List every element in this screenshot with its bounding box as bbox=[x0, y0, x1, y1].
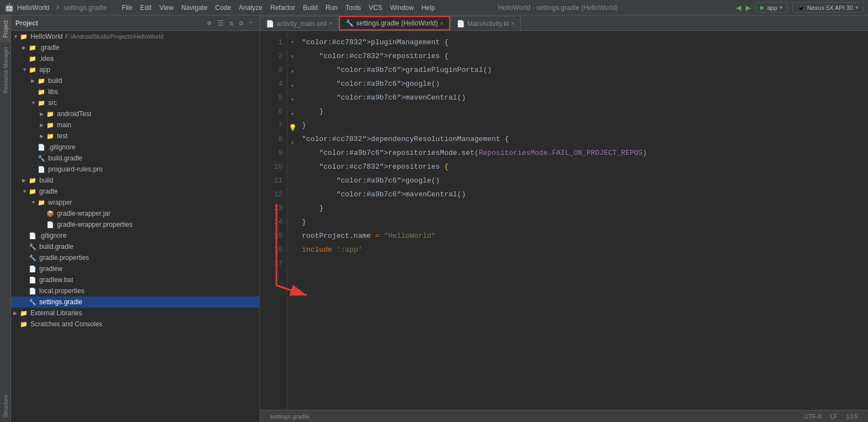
tree-arrow-external-libraries[interactable]: ▶ bbox=[13, 310, 20, 316]
tree-item-helloworld-root[interactable]: ▼📁HelloWorldF:\AndroidStudioProjects\Hel… bbox=[11, 31, 259, 42]
menu-item-help[interactable]: Help bbox=[417, 3, 439, 13]
tree-arrow-src-folder[interactable]: ▼ bbox=[31, 100, 38, 106]
code-line-2[interactable]: "color:#cc7832">repositories { bbox=[302, 49, 859, 63]
tree-arrow-build-folder2[interactable]: ▶ bbox=[22, 178, 29, 183]
menu-item-tools[interactable]: Tools bbox=[342, 3, 365, 13]
tree-item-libs-folder[interactable]: 📁libs bbox=[11, 86, 259, 97]
tree-item-external-libraries[interactable]: ▶📁External Libraries bbox=[11, 308, 259, 319]
app-selector[interactable]: ▶ app ▾ bbox=[755, 2, 787, 13]
tree-arrow-main-folder[interactable]: ▶ bbox=[40, 122, 46, 128]
tree-item-build-folder1[interactable]: ▶📁build bbox=[11, 75, 259, 86]
fold-marker-2[interactable]: ▼ bbox=[287, 50, 297, 64]
tree-item-gradle-wrapper-jar[interactable]: 📦gradle-wrapper.jar bbox=[11, 208, 259, 219]
tree-item-gradle-wrapper-props[interactable]: 📄gradle-wrapper.properties bbox=[11, 219, 259, 230]
tree-item-proguard-rules[interactable]: 📄proguard-rules.pro bbox=[11, 164, 259, 175]
tree-arrow-wrapper-folder[interactable]: ▼ bbox=[31, 200, 38, 205]
tree-item-settings-gradle[interactable]: 🔧settings.gradle bbox=[11, 296, 259, 308]
code-line-9[interactable]: "color:#a9b7c6">repositoriesMode.set(Rep… bbox=[302, 146, 859, 160]
fold-marker-6[interactable]: ▲ bbox=[287, 64, 297, 79]
code-line-3[interactable]: "color:#a9b7c6">gradlePluginPortal() bbox=[302, 63, 859, 77]
resource-manager-strip-label[interactable]: Resource Manager bbox=[0, 42, 11, 98]
tab-close-activity-main-xml[interactable]: × bbox=[329, 20, 332, 27]
tree-item-local-properties[interactable]: 📄local.properties bbox=[11, 285, 259, 296]
tree-item-build-gradle-root[interactable]: 🔧build.gradle bbox=[11, 241, 259, 252]
line-number-11: 11 bbox=[266, 174, 283, 187]
tree-arrow-helloworld-root[interactable]: ▼ bbox=[13, 34, 20, 39]
code-line-8[interactable]: "color:#cc7832">dependencyResolutionMana… bbox=[302, 132, 859, 146]
tab-settings-gradle-tab[interactable]: 🔧settings.gradle (HelloWorld)× bbox=[339, 16, 450, 30]
line-number-15: 15 bbox=[266, 229, 283, 243]
tree-item-gradlew-bat[interactable]: 📄gradlew.bat bbox=[11, 274, 259, 285]
code-line-11[interactable]: "color:#a9b7c6">google() bbox=[302, 174, 859, 187]
device-selector[interactable]: 📱 Nexus 5X API 30 ▾ bbox=[792, 2, 864, 13]
tab-activity-main-xml[interactable]: 📄activity_main.xml× bbox=[260, 16, 338, 30]
menu-item-navigate[interactable]: Navigate bbox=[177, 3, 211, 13]
tree-item-test-folder[interactable]: ▶📁test bbox=[11, 131, 259, 142]
code-line-15[interactable]: rootProject.name = "HelloWorld" bbox=[302, 229, 859, 243]
tree-item-idea-folder[interactable]: 📁.idea bbox=[11, 53, 259, 64]
tree-arrow-androidtest-folder[interactable]: ▶ bbox=[40, 111, 46, 117]
panel-list-icon[interactable]: ☰ bbox=[216, 18, 226, 29]
code-line-5[interactable]: "color:#a9b7c6">mavenCentral() bbox=[302, 91, 859, 105]
fold-marker-13[interactable]: 💡 bbox=[287, 122, 297, 136]
nav-back-icon[interactable]: ◀ bbox=[736, 2, 741, 13]
menu-item-edit[interactable]: Edit bbox=[136, 3, 155, 13]
code-lines[interactable]: "color:#cc7832">pluginManagement { "colo… bbox=[297, 31, 868, 410]
panel-collapse-icon[interactable]: ⇅ bbox=[228, 18, 236, 29]
tree-item-build-folder2[interactable]: ▶📁build bbox=[11, 175, 259, 186]
menu-item-refactor[interactable]: Refactor bbox=[266, 3, 299, 13]
code-line-16[interactable]: include ':app' bbox=[302, 243, 859, 257]
menu-item-code[interactable]: Code bbox=[211, 3, 235, 13]
code-line-14[interactable]: } bbox=[302, 215, 859, 229]
panel-add-icon[interactable]: ⊕ bbox=[206, 18, 213, 29]
menu-item-vcs[interactable]: VCS bbox=[365, 3, 386, 13]
code-line-12[interactable]: "color:#a9b7c6">mavenCentral() bbox=[302, 187, 859, 201]
tree-icon-gradlew: 📄 bbox=[29, 265, 38, 273]
menu-item-file[interactable]: File bbox=[118, 3, 136, 13]
menu-item-view[interactable]: View bbox=[155, 3, 177, 13]
tree-arrow-app-folder[interactable]: ▼ bbox=[22, 67, 29, 72]
code-line-10[interactable]: "color:#cc7832">repositories { bbox=[302, 160, 859, 174]
tree-item-gitignore-app[interactable]: 📄.gitignore bbox=[11, 142, 259, 153]
code-line-4[interactable]: "color:#a9b7c6">google() bbox=[302, 77, 859, 91]
fold-marker-10[interactable]: ▼ bbox=[287, 107, 297, 122]
tree-item-androidtest-folder[interactable]: ▶📁androidTest bbox=[11, 108, 259, 119]
nav-forward-icon[interactable]: ▶ bbox=[746, 2, 751, 13]
tree-item-wrapper-folder[interactable]: ▼📁wrapper bbox=[11, 197, 259, 208]
tree-item-gitignore-root[interactable]: 📄.gitignore bbox=[11, 230, 259, 241]
panel-settings-icon[interactable]: ⚙ bbox=[237, 18, 245, 29]
tree-item-gradlew[interactable]: 📄gradlew bbox=[11, 263, 259, 274]
code-line-7[interactable]: } bbox=[302, 118, 859, 132]
code-line-1[interactable]: "color:#cc7832">pluginManagement { bbox=[302, 35, 859, 49]
tree-arrow-gradle-folder[interactable]: ▶ bbox=[22, 45, 29, 50]
tree-arrow-gradle-folder2[interactable]: ▼ bbox=[22, 189, 29, 194]
fold-marker-8[interactable]: ▼ bbox=[287, 93, 297, 107]
menu-item-build[interactable]: Build bbox=[299, 3, 322, 13]
tree-item-build-gradle-app[interactable]: 🔧build.gradle bbox=[11, 153, 259, 164]
status-file: settings.gradle bbox=[265, 413, 314, 420]
tree-item-gradle-properties[interactable]: 🔧gradle.properties bbox=[11, 252, 259, 263]
fold-marker-7[interactable]: ▲ bbox=[287, 79, 297, 93]
tree-arrow-test-folder[interactable]: ▶ bbox=[40, 133, 46, 139]
tab-close-mainactivity-kt[interactable]: × bbox=[511, 20, 515, 27]
tree-item-main-folder[interactable]: ▶📁main bbox=[11, 119, 259, 131]
tree-item-app-folder[interactable]: ▼📁app bbox=[11, 64, 259, 75]
menu-item-run[interactable]: Run bbox=[322, 3, 342, 13]
code-editor[interactable]: 1234567891011121314151617 ▼▼▲▲▼▼💡▲ "colo… bbox=[260, 31, 868, 410]
tab-mainactivity-kt[interactable]: 📄MainActivity.kt× bbox=[451, 16, 521, 30]
tree-item-scratches[interactable]: 📁Scratches and Consoles bbox=[11, 319, 259, 330]
panel-close-icon[interactable]: − bbox=[247, 18, 255, 28]
tree-arrow-build-folder1[interactable]: ▶ bbox=[31, 78, 38, 84]
code-line-6[interactable]: } bbox=[302, 105, 859, 118]
tree-item-src-folder[interactable]: ▼📁src bbox=[11, 97, 259, 108]
fold-marker-14[interactable]: ▲ bbox=[287, 136, 297, 150]
project-strip-label[interactable]: Project bbox=[0, 15, 11, 42]
menu-item-window[interactable]: Window bbox=[386, 3, 417, 13]
fold-marker-1[interactable]: ▼ bbox=[287, 35, 297, 50]
tree-item-gradle-folder[interactable]: ▶📁.gradle bbox=[11, 42, 259, 53]
tab-close-settings-gradle-tab[interactable]: × bbox=[440, 20, 443, 27]
code-line-13[interactable]: } bbox=[302, 201, 859, 215]
tree-item-gradle-folder2[interactable]: ▼📁gradle bbox=[11, 186, 259, 197]
structure-strip-label[interactable]: Structure bbox=[0, 390, 11, 422]
menu-item-analyze[interactable]: Analyze bbox=[235, 3, 266, 13]
